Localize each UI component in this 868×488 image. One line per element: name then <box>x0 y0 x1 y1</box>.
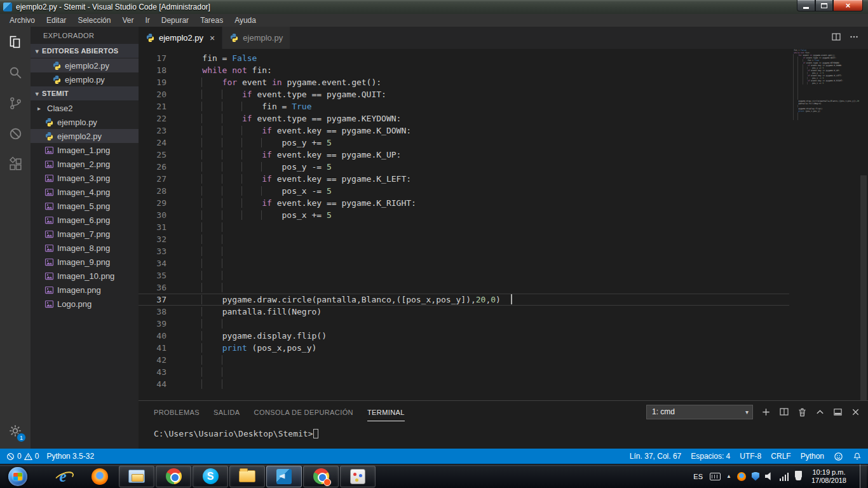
code-line-22[interactable]: 22 if event.type == pygame.KEYDOWN: <box>139 112 789 125</box>
minimize-button[interactable] <box>797 0 815 11</box>
split-editor-button[interactable] <box>831 32 841 44</box>
panel-tab-consola de depuración[interactable]: CONSOLA DE DEPURACIÓN <box>254 403 353 421</box>
code-line-36[interactable]: 36 <box>139 281 789 294</box>
code-line-29[interactable]: 29 if event.key == pygame.K_RIGHT: <box>139 197 789 209</box>
code-line-30[interactable]: 30 pos_x += 5 <box>139 209 789 221</box>
taskbar-file-explorer[interactable] <box>229 466 265 487</box>
terminal-select[interactable]: 1: cmd ▾ <box>646 405 753 419</box>
tab-ejemplo2.py[interactable]: ejemplo2.py× <box>139 27 222 49</box>
file-item-Imagen_1.png[interactable]: Imagen_1.png <box>31 143 139 157</box>
scrollbar-thumb[interactable] <box>860 175 867 400</box>
code-line-23[interactable]: 23 if event.key == pygame.K_DOWN: <box>139 125 789 137</box>
panel-tab-problemas[interactable]: PROBLEMAS <box>154 403 200 421</box>
file-item-Imagen_8.png[interactable]: Imagen_8.png <box>31 241 139 255</box>
start-button[interactable] <box>8 467 27 486</box>
taskbar-chrome-secondary[interactable] <box>303 466 339 487</box>
code-line-21[interactable]: 21 fin = True <box>139 100 789 112</box>
panel-layout-button[interactable] <box>833 407 843 417</box>
code-line-40[interactable]: 40 pygame.display.flip() <box>139 330 789 342</box>
menu-item-ayuda[interactable]: Ayuda <box>229 14 262 27</box>
menu-item-ver[interactable]: Ver <box>116 14 139 27</box>
network-icon[interactable] <box>780 472 790 481</box>
taskbar-libraries[interactable] <box>119 466 154 487</box>
code-line-35[interactable]: 35 <box>139 269 789 281</box>
close-button[interactable]: × <box>833 0 863 11</box>
taskbar-firefox[interactable] <box>82 466 118 487</box>
menu-item-tareas[interactable]: Tareas <box>194 14 229 27</box>
file-item-ejemplo2.py[interactable]: ejemplo2.py <box>31 58 139 72</box>
problems-status[interactable]: 0 0 <box>6 452 39 461</box>
file-item-Imagen_2.png[interactable]: Imagen_2.png <box>31 157 139 171</box>
notifications-icon[interactable] <box>853 452 862 461</box>
status-item[interactable]: UTF-8 <box>740 452 761 461</box>
file-item-Imagen_9.png[interactable]: Imagen_9.png <box>31 255 139 269</box>
source-control-view-button[interactable] <box>0 88 31 118</box>
explorer-view-button[interactable] <box>0 27 31 57</box>
code-line-31[interactable]: 31 <box>139 221 789 233</box>
show-desktop-button[interactable] <box>860 464 867 488</box>
code-line-32[interactable]: 32 <box>139 233 789 245</box>
code-line-27[interactable]: 27 if event.key == pygame.K_LEFT: <box>139 173 789 185</box>
new-terminal-button[interactable] <box>761 407 771 417</box>
code-line-44[interactable]: 44 <box>139 378 789 390</box>
taskbar-chrome[interactable] <box>156 466 191 487</box>
code-line-33[interactable]: 33 <box>139 245 789 257</box>
code-editor[interactable]: 17 fin = False18 while not fin:19 for ev… <box>139 49 868 400</box>
code-line-19[interactable]: 19 for event in pygame.event.get(): <box>139 76 789 88</box>
code-line-25[interactable]: 25 if event.key == pygame.K_UP: <box>139 149 789 161</box>
file-item-Logo.png[interactable]: Logo.png <box>31 297 139 311</box>
search-view-button[interactable] <box>0 57 31 88</box>
firefox-tray-icon[interactable] <box>737 472 746 481</box>
file-item-Imagen_7.png[interactable]: Imagen_7.png <box>31 227 139 241</box>
menu-item-archivo[interactable]: Archivo <box>4 14 41 27</box>
status-item[interactable]: Espacios: 4 <box>691 452 730 461</box>
section-header[interactable]: ▾EDITORES ABIERTOS <box>31 44 139 58</box>
code-line-24[interactable]: 24 pos_y += 5 <box>139 137 789 149</box>
status-item[interactable]: Lín. 37, Col. 67 <box>630 452 681 461</box>
file-item-ejemplo.py[interactable]: ejemplo.py <box>31 115 139 129</box>
file-item-Imagen_10.png[interactable]: Imagen_10.png <box>31 269 139 283</box>
file-item-ejemplo2.py[interactable]: ejemplo2.py <box>31 129 139 143</box>
taskbar-paint[interactable] <box>340 466 376 487</box>
panel-tab-salida[interactable]: SALIDA <box>214 403 240 421</box>
code-line-38[interactable]: 38 pantalla.fill(Negro) <box>139 306 789 318</box>
shield-tray-icon[interactable] <box>752 472 759 481</box>
code-line-20[interactable]: 20 if event.type == pygame.QUIT: <box>139 88 789 100</box>
status-item[interactable]: Python <box>801 452 824 461</box>
menu-item-ir[interactable]: Ir <box>139 14 155 27</box>
tab-ejemplo.py[interactable]: ejemplo.py <box>222 27 290 49</box>
debug-view-button[interactable] <box>0 118 31 149</box>
language-indicator[interactable]: ES <box>692 473 704 480</box>
volume-icon[interactable] <box>765 472 774 481</box>
code-line-18[interactable]: 18 while not fin: <box>139 64 789 76</box>
code-line-17[interactable]: 17 fin = False <box>139 52 789 64</box>
title-bar[interactable]: ejemplo2.py - Stemit - Visual Studio Cod… <box>0 0 868 14</box>
code-line-28[interactable]: 28 pos_x -= 5 <box>139 185 789 197</box>
tray-expand-icon[interactable]: ▲ <box>726 473 731 479</box>
split-terminal-button[interactable] <box>779 407 789 417</box>
code-line-43[interactable]: 43 <box>139 366 789 378</box>
code-line-42[interactable]: 42 <box>139 354 789 366</box>
file-item-Imagen_4.png[interactable]: Imagen_4.png <box>31 185 139 199</box>
menu-item-editar[interactable]: Editar <box>41 14 72 27</box>
settings-button[interactable]: 1 <box>0 417 31 445</box>
code-line-34[interactable]: 34 <box>139 257 789 269</box>
file-item-Imagen_6.png[interactable]: Imagen_6.png <box>31 213 139 227</box>
minimap[interactable]: fin = False while not fin: for event in … <box>789 49 859 400</box>
close-tab-icon[interactable]: × <box>210 33 215 43</box>
folder-item-Clase2[interactable]: ▸Clase2 <box>31 101 139 115</box>
file-item-Imagen_5.png[interactable]: Imagen_5.png <box>31 199 139 213</box>
menu-item-selección[interactable]: Selección <box>72 14 116 27</box>
maximize-panel-button[interactable] <box>815 407 825 417</box>
kill-terminal-button[interactable] <box>797 407 807 417</box>
editor-scrollbar[interactable] <box>859 49 868 400</box>
taskbar-vscode[interactable] <box>266 466 302 487</box>
file-item-Imagen.png[interactable]: Imagen.png <box>31 283 139 297</box>
file-item-Imagen_3.png[interactable]: Imagen_3.png <box>31 171 139 185</box>
taskbar-internet-explorer[interactable] <box>45 466 81 487</box>
maximize-button[interactable] <box>815 0 833 11</box>
feedback-icon[interactable] <box>834 452 843 461</box>
code-line-41[interactable]: 41 print (pos_x,pos_y) <box>139 342 789 354</box>
panel-tab-terminal[interactable]: TERMINAL <box>367 403 405 421</box>
power-icon[interactable] <box>796 472 801 480</box>
